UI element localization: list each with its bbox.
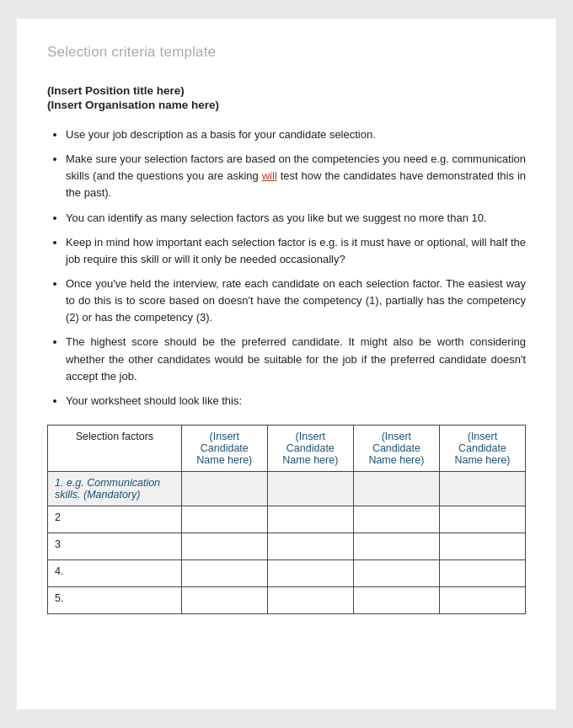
row-4-col3 <box>267 559 353 586</box>
row-5-col5 <box>439 586 525 613</box>
selection-table: Selection factors (InsertCandidateName h… <box>47 425 526 614</box>
row-1-col2 <box>181 471 267 506</box>
table-row: 5. <box>48 586 526 613</box>
row-1-col5 <box>439 471 525 506</box>
table-header-row: Selection factors (InsertCandidateName h… <box>48 425 526 471</box>
row-3-col2 <box>181 533 267 559</box>
row-3-factor: 3 <box>48 533 182 559</box>
row-2-col4 <box>353 506 439 533</box>
org-title: (Insert Organisation name here) <box>47 99 526 111</box>
row-4-col5 <box>439 559 525 586</box>
page-title: Selection criteria template <box>47 44 526 61</box>
table-row: 2 <box>48 506 526 533</box>
row-5-col2 <box>181 586 267 613</box>
col-header-candidate-4: (InsertCandidateName here) <box>439 425 525 471</box>
row-2-col2 <box>181 506 267 533</box>
row-5-col3 <box>267 586 353 613</box>
table-row: 4. <box>48 559 526 586</box>
col-header-candidate-2: (InsertCandidateName here) <box>267 425 353 471</box>
col-header-factors: Selection factors <box>48 425 182 471</box>
position-title: (Insert Position title here) <box>47 84 526 97</box>
bullet-2: Make sure your selection factors are bas… <box>66 151 526 201</box>
row-3-col4 <box>353 533 439 559</box>
row-4-factor: 4. <box>48 559 182 586</box>
row-3-col5 <box>439 533 525 559</box>
col-header-candidate-1: (InsertCandidateName here) <box>181 425 267 471</box>
table-row: 3 <box>48 533 526 559</box>
bullet-7: Your worksheet should look like this: <box>66 393 526 410</box>
row-5-col4 <box>353 586 439 613</box>
row-1-col3 <box>267 471 353 506</box>
row-4-col4 <box>353 559 439 586</box>
row-2-factor: 2 <box>48 506 182 533</box>
bullet-1: Use your job description as a basis for … <box>66 126 526 143</box>
row-4-col2 <box>181 559 267 586</box>
col-header-candidate-3: (InsertCandidateName here) <box>353 425 439 471</box>
bullet-3: You can identify as many selection facto… <box>66 210 526 227</box>
row-1-factor: 1. e.g. Communication skills. (Mandatory… <box>48 471 182 506</box>
row-5-factor: 5. <box>48 586 182 613</box>
document-page: Selection criteria template (Insert Posi… <box>17 19 556 709</box>
row-1-col4 <box>353 471 439 506</box>
row-2-col5 <box>439 506 525 533</box>
bullet-5: Once you've held the interview, rate eac… <box>66 276 526 326</box>
row-3-col3 <box>267 533 353 559</box>
bullet-6: The highest score should be the preferre… <box>66 334 526 384</box>
bullet-4: Keep in mind how important each selectio… <box>66 234 526 268</box>
instructions-list: Use your job description as a basis for … <box>47 126 526 410</box>
table-row: 1. e.g. Communication skills. (Mandatory… <box>48 471 526 506</box>
row-2-col3 <box>267 506 353 533</box>
